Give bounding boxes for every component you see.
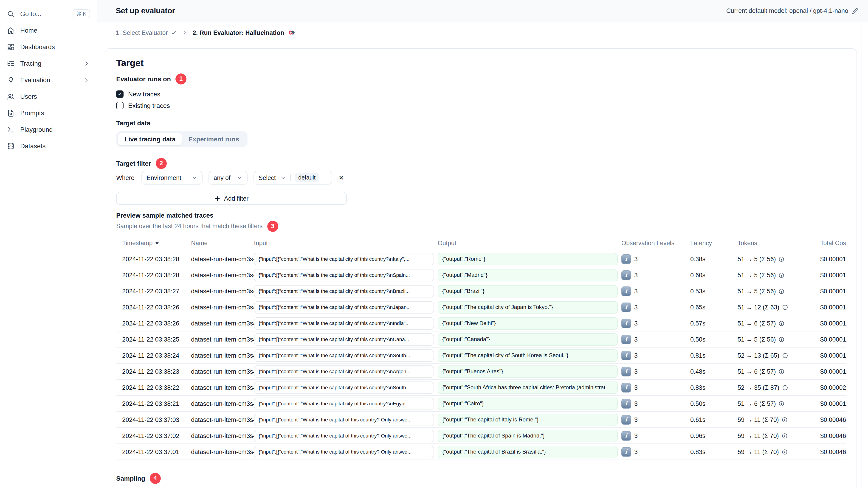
table-row[interactable]: 2024-11-22 03:38:24 dataset-run-item-cm3… bbox=[116, 348, 846, 364]
output-json-box[interactable]: {"output":"Rome"} bbox=[438, 253, 618, 265]
add-filter-button[interactable]: Add filter bbox=[116, 192, 347, 205]
output-json-box[interactable]: {"output":"New Delhi"} bbox=[438, 317, 618, 329]
table-row[interactable]: 2024-11-22 03:38:22 dataset-run-item-cm3… bbox=[116, 380, 846, 396]
info-circle-icon[interactable] bbox=[782, 449, 787, 455]
input-json-box[interactable]: {"input":[{"content":"What is the capita… bbox=[254, 365, 434, 378]
go-to-search[interactable]: Go to... ⌘ K bbox=[0, 5, 97, 22]
info-circle-icon[interactable] bbox=[782, 385, 788, 390]
output-json-box[interactable]: {"output":"The capital of Brazil is Bras… bbox=[438, 446, 618, 458]
input-json-box[interactable]: {"input":[{"content":"What is the capita… bbox=[254, 333, 434, 346]
output-json-box[interactable]: {"output":"Brazil"} bbox=[438, 285, 618, 297]
input-json-box[interactable]: {"input":[{"content":"What is the capita… bbox=[254, 381, 434, 394]
cell-output: {"output":"Rome"} bbox=[438, 253, 621, 265]
info-circle-icon[interactable] bbox=[782, 352, 788, 358]
input-json-box[interactable]: {"input":[{"content":"What is the capita… bbox=[254, 301, 434, 313]
cell-name: dataset-run-item-cm3s4 bbox=[191, 336, 254, 343]
annotation-badge-1: 1 bbox=[176, 73, 186, 85]
output-json-box[interactable]: {"output":"The capital city of Japan is … bbox=[438, 301, 618, 313]
ragas-knot-icon bbox=[288, 29, 295, 36]
table-row[interactable]: 2024-11-22 03:38:25 dataset-run-item-cm3… bbox=[116, 331, 846, 348]
info-circle-icon[interactable] bbox=[782, 304, 788, 310]
input-json-box[interactable]: {"input":[{"content":"What is the capita… bbox=[254, 446, 434, 458]
chevron-down-icon bbox=[280, 175, 286, 181]
cell-latency: 0.57s bbox=[690, 320, 738, 327]
input-json-box[interactable]: {"input":[{"content":"What is the capita… bbox=[254, 397, 434, 410]
input-json-box[interactable]: {"input":[{"content":"What is the capita… bbox=[254, 253, 434, 265]
input-json-box[interactable]: {"input":[{"content":"What is the capita… bbox=[254, 429, 434, 442]
table-row[interactable]: 2024-11-22 03:38:28 dataset-run-item-cm3… bbox=[116, 267, 846, 283]
filter-column-select[interactable]: Environment bbox=[142, 171, 203, 185]
output-json-box[interactable]: {"output":"The capital city of South Kor… bbox=[438, 349, 618, 361]
column-header-timestamp[interactable]: Timestamp bbox=[116, 240, 191, 247]
edit-pencil-icon[interactable] bbox=[852, 7, 859, 14]
tab-live-tracing-data[interactable]: Live tracing data bbox=[118, 133, 182, 145]
info-circle-icon[interactable] bbox=[779, 368, 785, 375]
table-row[interactable]: 2024-11-22 03:37:03 dataset-run-item-cm3… bbox=[116, 412, 846, 428]
info-circle-icon[interactable] bbox=[782, 417, 787, 423]
cell-tokens: 51 → 5 (Σ 56) bbox=[738, 256, 820, 262]
cell-total-cost: $0.00046 ( bbox=[820, 448, 846, 455]
output-json-box[interactable]: {"output":"Buenos Aires"} bbox=[438, 365, 618, 378]
target-data-tabs: Live tracing data Experiment runs bbox=[116, 131, 248, 147]
table-row[interactable]: 2024-11-22 03:38:27 dataset-run-item-cm3… bbox=[116, 283, 846, 299]
checkbox-checked-icon[interactable]: ✓ bbox=[116, 91, 124, 98]
cell-latency: 0.61s bbox=[690, 416, 738, 423]
input-json-box[interactable]: {"input":[{"content":"What is the capita… bbox=[254, 413, 434, 426]
target-filter-label: Target filter 2 bbox=[116, 158, 845, 169]
sidebar-item-users[interactable]: Users bbox=[0, 88, 97, 105]
input-json-box[interactable]: {"input":[{"content":"What is the capita… bbox=[254, 285, 434, 297]
filter-row: Where Environment any of Se bbox=[116, 171, 845, 185]
page-scrollbar[interactable] bbox=[862, 22, 868, 488]
sidebar-item-prompts[interactable]: Prompts bbox=[0, 105, 97, 121]
remove-filter-icon[interactable]: ✕ bbox=[339, 174, 344, 181]
input-json-box[interactable]: {"input":[{"content":"What is the capita… bbox=[254, 269, 434, 281]
terminal-icon bbox=[7, 126, 15, 133]
annotation-badge-3: 3 bbox=[267, 221, 278, 232]
cell-observation-levels: i 3 bbox=[621, 447, 690, 457]
output-json-box[interactable]: {"output":"Cairo"} bbox=[438, 397, 618, 410]
input-json-box[interactable]: {"input":[{"content":"What is the capita… bbox=[254, 317, 434, 329]
output-json-box[interactable]: {"output":"Madrid"} bbox=[438, 269, 618, 281]
checkbox-existing-traces[interactable]: Existing traces bbox=[116, 101, 845, 110]
cell-latency: 0.38s bbox=[690, 256, 738, 262]
filter-value-select[interactable]: Select default bbox=[253, 171, 332, 185]
output-json-box[interactable]: {"output":"South Africa has three capita… bbox=[438, 381, 618, 394]
checkbox-new-traces[interactable]: ✓ New traces bbox=[116, 90, 845, 99]
sidebar-item-playground[interactable]: Playground bbox=[0, 121, 97, 138]
output-json-box[interactable]: {"output":"The capital of Italy is Rome.… bbox=[438, 413, 618, 426]
info-circle-icon[interactable] bbox=[782, 433, 787, 438]
cell-output: {"output":"Madrid"} bbox=[438, 269, 621, 281]
table-row[interactable]: 2024-11-22 03:38:21 dataset-run-item-cm3… bbox=[116, 396, 846, 412]
info-circle-icon[interactable] bbox=[779, 272, 785, 278]
breadcrumb-step-1[interactable]: 1. Select Evaluator bbox=[116, 29, 177, 36]
cell-observation-levels: i 3 bbox=[621, 399, 690, 408]
main-area: Set up evaluator Current default model: … bbox=[97, 0, 868, 488]
table-row[interactable]: 2024-11-22 03:37:01 dataset-run-item-cm3… bbox=[116, 444, 846, 460]
input-json-box[interactable]: {"input":[{"content":"What is the capita… bbox=[254, 349, 434, 361]
output-json-box[interactable]: {"output":"The capital of Spain is Madri… bbox=[438, 429, 618, 442]
table-row[interactable]: 2024-11-22 03:38:28 dataset-run-item-cm3… bbox=[116, 251, 846, 267]
sidebar-item-datasets[interactable]: Datasets bbox=[0, 138, 97, 154]
tab-experiment-runs[interactable]: Experiment runs bbox=[182, 133, 246, 145]
filter-value-chip[interactable]: default bbox=[294, 173, 319, 182]
info-circle-icon[interactable] bbox=[779, 336, 785, 342]
sidebar-item-tracing[interactable]: Tracing bbox=[0, 55, 97, 72]
table-row[interactable]: 2024-11-22 03:38:26 dataset-run-item-cm3… bbox=[116, 299, 846, 315]
sidebar-item-dashboards[interactable]: Dashboards bbox=[0, 39, 97, 55]
info-circle-icon[interactable] bbox=[779, 288, 785, 294]
table-row[interactable]: 2024-11-22 03:38:23 dataset-run-item-cm3… bbox=[116, 364, 846, 380]
sidebar-item-evaluation[interactable]: Evaluation bbox=[0, 72, 97, 88]
filter-operator-select[interactable]: any of bbox=[209, 171, 248, 185]
info-circle-icon[interactable] bbox=[779, 256, 785, 262]
annotation-badge-4: 4 bbox=[150, 473, 161, 484]
cell-latency: 0.60s bbox=[690, 271, 738, 279]
cell-observation-levels: i 3 bbox=[621, 334, 690, 344]
output-json-box[interactable]: {"output":"Canada"} bbox=[438, 333, 618, 346]
table-row[interactable]: 2024-11-22 03:37:02 dataset-run-item-cm3… bbox=[116, 428, 846, 444]
sidebar-item-home[interactable]: Home bbox=[0, 22, 97, 39]
info-circle-icon[interactable] bbox=[779, 400, 785, 406]
info-circle-icon[interactable] bbox=[779, 320, 785, 326]
chevron-down-icon bbox=[191, 175, 197, 181]
checkbox-unchecked-icon[interactable] bbox=[116, 102, 124, 109]
table-row[interactable]: 2024-11-22 03:38:26 dataset-run-item-cm3… bbox=[116, 315, 846, 331]
